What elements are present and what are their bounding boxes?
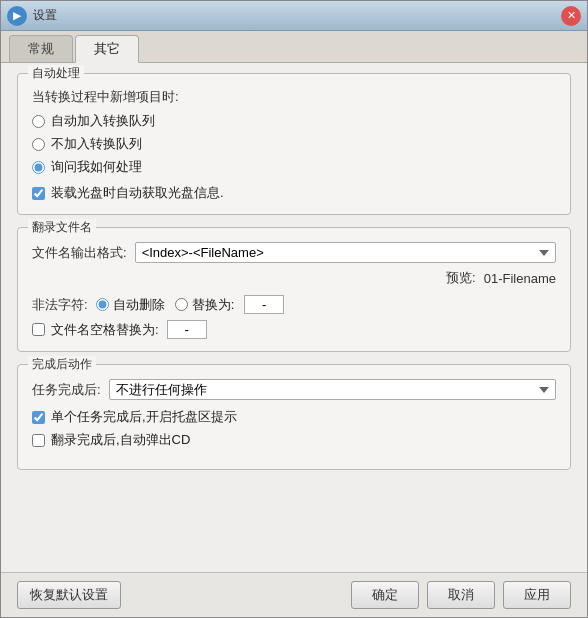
auto-radio-group: 自动加入转换队列 不加入转换队列 询问我如何处理 xyxy=(32,112,556,176)
filename-format-row: 文件名输出格式: <Index>-<FileName> <FileName> <… xyxy=(32,242,556,263)
after-label: 任务完成后: xyxy=(32,381,101,399)
app-logo: ▶ xyxy=(7,6,27,26)
complete-after-row: 任务完成后: 不进行任何操作 关机 休眠 待机 xyxy=(32,379,556,400)
illegal-radio-group: 自动删除 替换为: xyxy=(96,295,285,314)
illegal-row: 非法字符: 自动删除 替换为: xyxy=(32,295,556,314)
space-row: 文件名空格替换为: xyxy=(32,320,556,339)
complete-section-title: 完成后动作 xyxy=(28,356,96,373)
restore-defaults-button[interactable]: 恢复默认设置 xyxy=(17,581,121,609)
auto-section: 自动处理 当转换过程中新增项目时: 自动加入转换队列 不加入转换队列 询问我如何… xyxy=(17,73,571,215)
space-option[interactable]: 文件名空格替换为: xyxy=(32,321,159,339)
auto-info-label: 装载光盘时自动获取光盘信息. xyxy=(51,184,224,202)
bottom-bar: 恢复默认设置 确定 取消 应用 xyxy=(1,572,587,617)
replace-radio[interactable] xyxy=(175,298,188,311)
eject-label: 翻录完成后,自动弹出CD xyxy=(51,431,190,449)
after-select[interactable]: 不进行任何操作 关机 休眠 待机 xyxy=(109,379,556,400)
auto-when-label: 当转换过程中新增项目时: xyxy=(32,88,556,106)
tab-other[interactable]: 其它 xyxy=(75,35,139,63)
format-label: 文件名输出格式: xyxy=(32,244,127,262)
no-add-option[interactable]: 不加入转换队列 xyxy=(32,135,556,153)
single-task-checkbox[interactable] xyxy=(32,411,45,424)
filename-section: 翻录文件名 文件名输出格式: <Index>-<FileName> <FileN… xyxy=(17,227,571,352)
apply-button[interactable]: 应用 xyxy=(503,581,571,609)
preview-row: 预览: 01-Filename xyxy=(32,269,556,287)
eject-checkbox[interactable] xyxy=(32,434,45,447)
auto-section-body: 当转换过程中新增项目时: 自动加入转换队列 不加入转换队列 询问我如何处理 xyxy=(32,88,556,202)
no-add-radio[interactable] xyxy=(32,138,45,151)
window-title: 设置 xyxy=(33,7,57,24)
window: ▶ 设置 ✕ 常规 其它 自动处理 当转换过程中新增项目时: 自动加入转换队列 xyxy=(0,0,588,618)
ask-label: 询问我如何处理 xyxy=(51,158,142,176)
tab-common[interactable]: 常规 xyxy=(9,35,73,62)
ok-button[interactable]: 确定 xyxy=(351,581,419,609)
close-button[interactable]: ✕ xyxy=(561,6,581,26)
auto-delete-label: 自动删除 xyxy=(113,296,165,314)
auto-delete-radio[interactable] xyxy=(96,298,109,311)
ask-option[interactable]: 询问我如何处理 xyxy=(32,158,556,176)
titlebar-left: ▶ 设置 xyxy=(7,6,57,26)
space-input[interactable] xyxy=(167,320,207,339)
complete-section-body: 任务完成后: 不进行任何操作 关机 休眠 待机 单个任务完成后,开启托盘区提示 xyxy=(32,379,556,449)
auto-info-checkbox[interactable] xyxy=(32,187,45,200)
titlebar: ▶ 设置 ✕ xyxy=(1,1,587,31)
replace-label: 替换为: xyxy=(192,296,235,314)
single-task-label: 单个任务完成后,开启托盘区提示 xyxy=(51,408,237,426)
filename-section-title: 翻录文件名 xyxy=(28,219,96,236)
no-add-label: 不加入转换队列 xyxy=(51,135,142,153)
preview-label: 预览: xyxy=(446,269,476,287)
complete-checkbox-group: 单个任务完成后,开启托盘区提示 翻录完成后,自动弹出CD xyxy=(32,408,556,449)
replace-input[interactable] xyxy=(244,295,284,314)
single-task-option[interactable]: 单个任务完成后,开启托盘区提示 xyxy=(32,408,556,426)
space-checkbox[interactable] xyxy=(32,323,45,336)
auto-add-option[interactable]: 自动加入转换队列 xyxy=(32,112,556,130)
eject-option[interactable]: 翻录完成后,自动弹出CD xyxy=(32,431,556,449)
cancel-button[interactable]: 取消 xyxy=(427,581,495,609)
space-label: 文件名空格替换为: xyxy=(51,321,159,339)
complete-section: 完成后动作 任务完成后: 不进行任何操作 关机 休眠 待机 单个任务完成后,开启… xyxy=(17,364,571,470)
replace-option[interactable]: 替换为: xyxy=(175,296,235,314)
tab-bar: 常规 其它 xyxy=(1,31,587,63)
auto-info-option[interactable]: 装载光盘时自动获取光盘信息. xyxy=(32,184,556,202)
filename-section-body: 文件名输出格式: <Index>-<FileName> <FileName> <… xyxy=(32,242,556,339)
format-select[interactable]: <Index>-<FileName> <FileName> <Index>-<T… xyxy=(135,242,556,263)
preview-value: 01-Filename xyxy=(484,271,556,286)
main-content: 自动处理 当转换过程中新增项目时: 自动加入转换队列 不加入转换队列 询问我如何… xyxy=(1,63,587,572)
illegal-label: 非法字符: xyxy=(32,296,88,314)
auto-add-radio[interactable] xyxy=(32,115,45,128)
ask-radio[interactable] xyxy=(32,161,45,174)
auto-delete-option[interactable]: 自动删除 xyxy=(96,296,165,314)
auto-section-title: 自动处理 xyxy=(28,65,84,82)
auto-add-label: 自动加入转换队列 xyxy=(51,112,155,130)
